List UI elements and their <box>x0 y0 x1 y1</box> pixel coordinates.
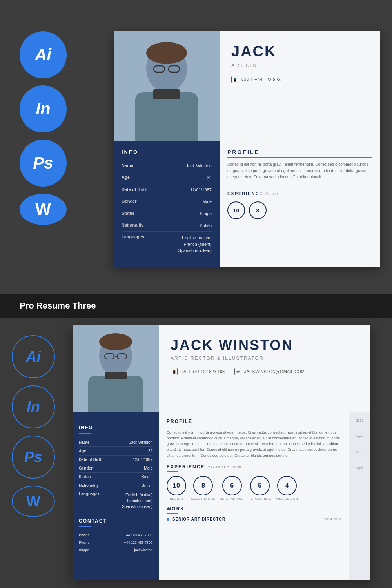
indesign-icon-top: In <box>20 85 67 132</box>
resume-main-bottom: PROFILE Donec id elit non mi porta gravi… <box>159 412 349 580</box>
info-row-dob: Date of Birth 12/01/1987 <box>122 184 212 196</box>
resume-main-top: PROFILE Donec id elit non mi porta grav.… <box>220 141 380 267</box>
bottom-info-status: Status Single <box>79 473 152 481</box>
word-icon-bottom: W <box>12 486 55 517</box>
exp-circles-bottom: 10 DESIGN 8 ILLUSTRATION 6 3D GRAPHICS <box>167 476 341 501</box>
year-eget1: eget <box>351 434 368 438</box>
resume-card-top: JACK ART DIR 📱 CALL +44 122 823 INFO Nam… <box>114 31 380 267</box>
contact-skype: Skype jackwinston <box>79 546 152 554</box>
phone-icon-top: 📱 <box>231 76 238 83</box>
resume-name-top: JACK <box>231 43 370 60</box>
info-row-name: Name Jack Winston <box>122 160 212 172</box>
work-title-bottom: WORK <box>167 506 341 512</box>
resume-header-bottom: JACK WINSTON ART DIRECTOR & ILLUSTRATOR … <box>73 325 370 412</box>
resume-header-top: JACK ART DIR 📱 CALL +44 122 823 <box>114 31 380 141</box>
exp-header-bottom: EXPERIENCE YEARS AND LEVEL <box>167 464 341 470</box>
info-row-status: Status Single <box>122 208 212 220</box>
work-year: 2014-2018 <box>324 517 341 521</box>
resume-body-bottom: INFO Name Jack Winston Age 32 Date of Bi… <box>73 412 370 580</box>
resume-body-top: INFO Name Jack Winston Age 32 Date of Bi… <box>114 141 380 267</box>
experience-label-top: EXPERIENCE <box>227 191 263 196</box>
contact-divider-bottom <box>79 526 91 527</box>
work-entry-senior: SENIOR ART DIRECTOR <box>167 517 225 521</box>
exp-circle-5: 5 <box>250 476 270 495</box>
profile-text-bottom: Donec id elit non mi porta gravida at eg… <box>167 430 341 459</box>
email-icon-bottom: @ <box>234 368 241 375</box>
profile-text-top: Donec id elit non mi porta grav... amet … <box>227 162 372 180</box>
bottom-info-age: Age 32 <box>79 447 152 456</box>
resume-photo-top <box>114 31 220 141</box>
bottom-info-nationality: Nationality British <box>79 481 152 490</box>
resume-card-bottom: JACK WINSTON ART DIRECTOR & ILLUSTRATOR … <box>73 325 370 580</box>
resume-title-top: ART DIR <box>231 62 370 68</box>
resume-contact-top: 📱 CALL +44 122 823 <box>231 76 370 83</box>
software-icons-top: Ai In Ps W <box>0 24 67 225</box>
product-label-text: Pro Resume Three <box>20 301 96 311</box>
svg-rect-7 <box>153 89 180 99</box>
exp-circle-8: 8 <box>249 201 267 219</box>
svg-rect-2 <box>135 92 198 141</box>
bottom-section: Ai In Ps W <box>0 318 392 588</box>
resume-contacts-bottom: 📱 CALL +44 122 823 163 @ JACKWINSTON@GMA… <box>171 368 359 375</box>
svg-point-14 <box>99 333 132 350</box>
illustrator-icon-top: Ai <box>20 31 67 78</box>
contact-email-bottom: @ JACKWINSTON@GMAIL.COM <box>234 368 305 375</box>
experience-section-bottom: EXPERIENCE YEARS AND LEVEL 10 DESIGN 8 I… <box>167 464 341 501</box>
right-year-column: 2010 eget 2009 eget <box>349 412 370 580</box>
bottom-info-languages: Languages English (native)French (fluent… <box>79 490 152 512</box>
exp-design: 10 DESIGN <box>167 476 186 501</box>
exp-webdesign: 4 WEB DESIGN <box>276 476 298 501</box>
top-section: Ai In Ps W <box>0 0 392 294</box>
exp-circle-10: 10 <box>167 476 186 495</box>
contact-phone-bottom: 📱 CALL +44 122 823 163 <box>171 368 225 375</box>
info-divider-bottom <box>79 433 91 434</box>
svg-rect-10 <box>88 376 143 412</box>
info-row-nationality: Nationality British <box>122 220 212 232</box>
exp-circle-8: 8 <box>193 476 213 495</box>
exp-sub-bottom: YEARS AND LEVEL <box>208 466 242 469</box>
resume-sidebar-top: INFO Name Jack Winston Age 32 Date of Bi… <box>114 141 220 267</box>
contact-phone2: Phone +44 123 456 7890 <box>79 539 152 546</box>
bottom-info-dob: Date of Birth 12/01/1987 <box>79 456 152 464</box>
year-2009: 2009 <box>351 450 368 454</box>
work-dot <box>167 518 169 521</box>
experience-section-top: EXPERIENCE (YEAR 10 8 <box>227 186 372 219</box>
info-row-languages: Languages English (native)French (fluent… <box>122 232 212 257</box>
phone-icon-bottom: 📱 <box>171 368 178 375</box>
resume-name-bottom: JACK WINSTON <box>171 337 359 354</box>
svg-point-6 <box>146 42 187 64</box>
exp-circle-4: 4 <box>277 476 297 495</box>
photoshop-icon-bottom: Ps <box>12 436 55 479</box>
resume-name-area-bottom: JACK WINSTON ART DIRECTOR & ILLUSTRATOR … <box>159 325 370 412</box>
profile-title-bottom: PROFILE <box>167 419 341 424</box>
word-icon-top: W <box>20 194 67 225</box>
indesign-icon-bottom: In <box>12 385 55 428</box>
info-title-bottom: INFO <box>79 425 152 430</box>
exp-circle-6: 6 <box>222 476 242 495</box>
contact-phone1: Phone +44 123 456 7890 <box>79 532 152 539</box>
exp-illustration: 8 ILLUSTRATION <box>191 476 216 501</box>
bottom-info-name: Name Jack Winston <box>79 438 152 447</box>
contact-title-bottom: CONTACT <box>79 518 152 524</box>
resume-title-bottom: ART DIRECTOR & ILLUSTRATOR <box>171 356 359 361</box>
profile-title-top: PROFILE <box>227 149 372 158</box>
profile-divider-bottom <box>167 426 178 426</box>
info-row-gender: Gender Male <box>122 196 212 208</box>
year-2010: 2010 <box>351 419 368 423</box>
software-icons-bottom: Ai In Ps W <box>0 329 55 517</box>
exp-divider-bottom <box>167 471 178 472</box>
exp-circle-10: 10 <box>227 201 245 219</box>
resume-name-area-top: JACK ART DIR 📱 CALL +44 122 823 <box>220 31 380 141</box>
year-eget2: eget <box>351 466 368 470</box>
info-section-title-top: INFO <box>122 149 212 155</box>
product-label-bar: Pro Resume Three <box>0 294 392 318</box>
exp-retouching: 5 RETOUCHING <box>248 476 271 501</box>
work-section-bottom: WORK SENIOR ART DIRECTOR 2014-2018 <box>167 506 341 521</box>
illustrator-icon-bottom: Ai <box>12 335 55 378</box>
resume-sidebar-bottom: INFO Name Jack Winston Age 32 Date of Bi… <box>73 412 159 580</box>
photoshop-icon-top: Ps <box>20 140 67 187</box>
svg-rect-15 <box>105 372 127 379</box>
work-entry-row: SENIOR ART DIRECTOR 2014-2018 <box>167 517 341 521</box>
exp-3d: 6 3D GRAPHICS <box>220 476 244 501</box>
resume-photo-bottom <box>73 325 159 412</box>
